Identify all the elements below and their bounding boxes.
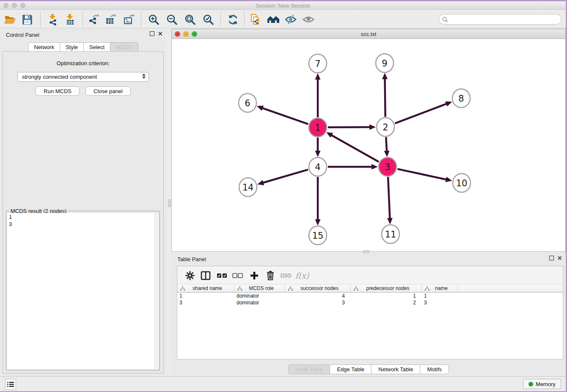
deselect-all-rows-icon[interactable] bbox=[232, 270, 244, 282]
clone-network-icon[interactable] bbox=[249, 13, 261, 26]
delete-table-icon-disabled bbox=[280, 270, 292, 282]
column-header-MCDS-role[interactable]: MCDS role bbox=[234, 284, 285, 292]
graph-node-label: 4 bbox=[315, 162, 320, 172]
edge-arrowhead bbox=[372, 164, 378, 170]
network-view-window: × − + scc.txt 7968124314101511 bbox=[171, 29, 566, 252]
export-image-icon[interactable] bbox=[123, 13, 135, 26]
graph-node-label: 14 bbox=[242, 182, 254, 193]
status-bar: Memory bbox=[0, 376, 566, 391]
float-panel-icon[interactable] bbox=[150, 31, 154, 36]
memory-button[interactable]: Memory bbox=[523, 379, 561, 389]
network-canvas[interactable]: 7968124314101511 bbox=[172, 39, 565, 251]
control-panel: Control Panel ✕ NetworkStyleSelectMCDS O… bbox=[0, 29, 166, 377]
graph-node-label: 6 bbox=[245, 98, 250, 108]
control-panel-header: Control Panel ✕ bbox=[0, 29, 166, 41]
hide-selected-icon[interactable] bbox=[284, 13, 297, 26]
tab-select[interactable]: Select bbox=[83, 42, 110, 52]
tab-node-table[interactable]: Node Table bbox=[288, 364, 330, 374]
export-table-icon[interactable] bbox=[105, 13, 117, 26]
open-session-icon[interactable] bbox=[3, 13, 16, 26]
apply-layout-icon[interactable] bbox=[226, 13, 239, 26]
control-panel-title: Control Panel bbox=[6, 32, 39, 38]
edge-3-1[interactable] bbox=[330, 135, 379, 162]
main-window: Session: New Session bbox=[0, 1, 566, 391]
column-header-predecessor-nodes[interactable]: predecessor nodes bbox=[351, 284, 422, 292]
tab-network[interactable]: Network bbox=[28, 42, 60, 52]
table-panel-tabs: Node TableEdge TableNetwork TableMotifs bbox=[171, 364, 566, 374]
edge-arrowhead bbox=[369, 124, 376, 130]
tab-motifs[interactable]: Motifs bbox=[420, 364, 449, 374]
search-icon bbox=[442, 17, 448, 22]
edge-arrowhead bbox=[384, 151, 389, 157]
mcds-result-text[interactable]: 1 3 bbox=[7, 213, 154, 369]
zoom-selected-icon[interactable] bbox=[202, 13, 215, 26]
zoom-out-icon[interactable] bbox=[165, 13, 178, 26]
table-column-headers: shared nameMCDS rolesuccessor nodesprede… bbox=[177, 284, 563, 293]
graph-node-label: 8 bbox=[458, 94, 464, 104]
tab-style[interactable]: Style bbox=[60, 42, 84, 52]
table-cell: 1 bbox=[351, 293, 422, 299]
select-all-rows-icon[interactable] bbox=[216, 270, 228, 282]
table-settings-gear-icon[interactable] bbox=[184, 270, 196, 282]
float-table-panel-icon[interactable] bbox=[549, 256, 554, 260]
zoom-fit-icon[interactable] bbox=[184, 13, 196, 26]
control-panel-tabs: NetworkStyleSelectMCDS bbox=[0, 42, 166, 52]
table-row[interactable]: 3dominator323 bbox=[177, 299, 563, 306]
task-history-button[interactable] bbox=[5, 379, 16, 390]
tab-network-table[interactable]: Network Table bbox=[371, 364, 420, 374]
optimization-criterion-label: Optimization criterion: bbox=[3, 60, 163, 66]
table-cell: 2 bbox=[351, 299, 422, 306]
edge-2-8[interactable] bbox=[395, 103, 447, 123]
table-cell: 3 bbox=[285, 299, 351, 306]
optimization-criterion-select[interactable]: strongly connected component bbox=[17, 72, 149, 82]
column-header-name[interactable]: name bbox=[422, 284, 458, 292]
edge-arrowhead bbox=[257, 180, 264, 185]
table-panel: Table Panel ✕ bbox=[171, 253, 566, 377]
table-toolbar: f(x) bbox=[177, 266, 563, 284]
edge-4-14[interactable] bbox=[262, 170, 308, 183]
result-scrollbar[interactable] bbox=[154, 213, 159, 369]
edge-3-10[interactable] bbox=[397, 169, 447, 179]
show-graphics-details-icon[interactable] bbox=[302, 13, 315, 26]
select-stepper-icon bbox=[142, 74, 146, 79]
tab-edge-table[interactable]: Edge Table bbox=[330, 364, 372, 374]
edge-1-2[interactable] bbox=[328, 127, 371, 127]
close-panel-button[interactable]: Close panel bbox=[85, 86, 131, 96]
horizontal-splitter-grip[interactable] bbox=[363, 250, 369, 253]
edge-arrowhead bbox=[315, 73, 321, 80]
graph-node-label: 3 bbox=[385, 162, 390, 172]
node-table-container: f(x) shared nameMCDS rolesuccessor nodes… bbox=[177, 266, 563, 359]
vertical-splitter-grip[interactable] bbox=[168, 199, 171, 207]
tab-mcds[interactable]: MCDS bbox=[110, 42, 138, 52]
close-panel-icon[interactable]: ✕ bbox=[157, 31, 163, 36]
edge-3-11[interactable] bbox=[388, 177, 390, 219]
column-header-successor-nodes[interactable]: successor nodes bbox=[285, 284, 351, 292]
export-network-icon[interactable] bbox=[87, 13, 100, 26]
edge-2-9[interactable] bbox=[385, 78, 385, 117]
table-panel-header: Table Panel ✕ bbox=[171, 253, 566, 265]
graph-node-label: 1 bbox=[315, 123, 320, 133]
add-column-icon[interactable] bbox=[248, 270, 260, 282]
show-all-networks-icon[interactable] bbox=[267, 13, 280, 26]
table-row[interactable]: 1dominator411 bbox=[177, 293, 563, 299]
function-builder-icon-disabled: f(x) bbox=[296, 270, 308, 282]
network-window-titlebar[interactable]: × − + scc.txt bbox=[172, 29, 565, 39]
column-visibility-icon[interactable] bbox=[200, 270, 212, 282]
run-mcds-button[interactable]: Run MCDS bbox=[36, 86, 80, 96]
table-cell: dominator bbox=[234, 299, 285, 306]
graph-node-label: 2 bbox=[383, 122, 388, 133]
import-table-icon[interactable] bbox=[64, 13, 77, 26]
edge-1-6[interactable] bbox=[261, 108, 308, 124]
search-input[interactable] bbox=[448, 15, 561, 24]
column-header-shared-name[interactable]: shared name bbox=[177, 284, 234, 292]
save-session-icon[interactable] bbox=[21, 13, 33, 26]
graph-node-label: 7 bbox=[315, 59, 320, 69]
close-table-panel-icon[interactable]: ✕ bbox=[557, 256, 562, 260]
edge-arrowhead bbox=[315, 151, 321, 157]
delete-column-trash-icon[interactable] bbox=[264, 270, 276, 282]
import-network-icon[interactable] bbox=[47, 13, 59, 26]
zoom-in-icon[interactable] bbox=[147, 13, 160, 26]
edge-2-3[interactable] bbox=[386, 137, 387, 152]
graph-node-label: 15 bbox=[312, 231, 324, 241]
application: Session: New Session bbox=[0, 0, 567, 392]
